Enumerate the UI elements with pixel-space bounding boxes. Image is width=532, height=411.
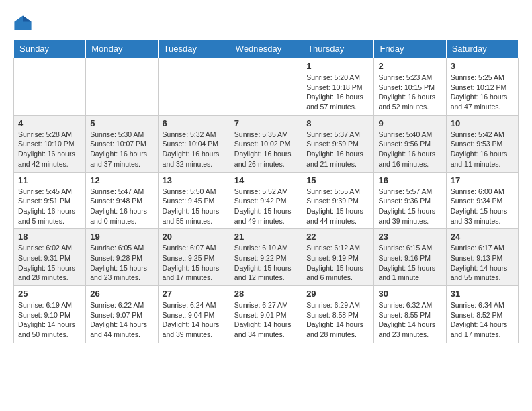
day-number: 11 xyxy=(18,175,81,185)
day-number: 25 xyxy=(18,289,81,299)
day-cell: 22Sunrise: 6:12 AMSunset: 9:19 PMDayligh… xyxy=(302,229,374,286)
col-header-sunday: Sunday xyxy=(14,40,86,58)
week-row-5: 25Sunrise: 6:19 AMSunset: 9:10 PMDayligh… xyxy=(14,286,519,343)
day-cell: 19Sunrise: 6:05 AMSunset: 9:28 PMDayligh… xyxy=(86,229,158,286)
day-cell: 27Sunrise: 6:24 AMSunset: 9:04 PMDayligh… xyxy=(158,286,230,343)
day-number: 16 xyxy=(378,175,441,185)
day-detail: Sunrise: 6:02 AMSunset: 9:31 PMDaylight:… xyxy=(18,243,81,283)
col-header-tuesday: Tuesday xyxy=(158,40,230,58)
col-header-friday: Friday xyxy=(374,40,446,58)
day-detail: Sunrise: 5:55 AMSunset: 9:39 PMDaylight:… xyxy=(306,187,369,226)
day-number: 2 xyxy=(378,61,441,71)
svg-marker-1 xyxy=(23,16,32,22)
day-detail: Sunrise: 5:23 AMSunset: 10:15 PMDaylight… xyxy=(378,73,441,112)
day-detail: Sunrise: 6:15 AMSunset: 9:16 PMDaylight:… xyxy=(378,243,441,283)
day-cell: 6Sunrise: 5:32 AMSunset: 10:04 PMDayligh… xyxy=(158,115,230,172)
day-number: 29 xyxy=(306,289,369,299)
day-detail: Sunrise: 6:32 AMSunset: 8:55 PMDaylight:… xyxy=(378,300,441,340)
day-number: 3 xyxy=(451,61,514,71)
day-cell: 15Sunrise: 5:55 AMSunset: 9:39 PMDayligh… xyxy=(302,172,374,229)
day-number: 23 xyxy=(378,232,441,242)
day-number: 22 xyxy=(306,232,369,242)
day-cell: 26Sunrise: 6:22 AMSunset: 9:07 PMDayligh… xyxy=(86,286,158,343)
day-detail: Sunrise: 5:40 AMSunset: 9:56 PMDaylight:… xyxy=(378,130,441,169)
day-cell: 7Sunrise: 5:35 AMSunset: 10:02 PMDayligh… xyxy=(230,115,302,172)
day-cell: 20Sunrise: 6:07 AMSunset: 9:25 PMDayligh… xyxy=(158,229,230,286)
day-detail: Sunrise: 5:42 AMSunset: 9:53 PMDaylight:… xyxy=(451,130,514,169)
day-detail: Sunrise: 5:47 AMSunset: 9:48 PMDaylight:… xyxy=(90,187,153,226)
day-detail: Sunrise: 5:50 AMSunset: 9:45 PMDaylight:… xyxy=(163,187,226,226)
day-cell: 17Sunrise: 6:00 AMSunset: 9:34 PMDayligh… xyxy=(446,172,518,229)
day-number: 21 xyxy=(234,232,298,242)
day-number: 28 xyxy=(234,289,298,299)
day-cell xyxy=(86,58,158,116)
day-number: 20 xyxy=(163,232,226,242)
day-number: 26 xyxy=(90,289,153,299)
day-detail: Sunrise: 5:52 AMSunset: 9:42 PMDaylight:… xyxy=(234,187,298,226)
day-number: 1 xyxy=(306,61,369,71)
day-number: 7 xyxy=(234,118,298,128)
day-cell: 16Sunrise: 5:57 AMSunset: 9:36 PMDayligh… xyxy=(374,172,446,229)
day-number: 27 xyxy=(163,289,226,299)
col-header-wednesday: Wednesday xyxy=(230,40,302,58)
day-cell: 12Sunrise: 5:47 AMSunset: 9:48 PMDayligh… xyxy=(86,172,158,229)
day-number: 10 xyxy=(451,118,514,128)
header xyxy=(13,13,519,32)
day-detail: Sunrise: 5:25 AMSunset: 10:12 PMDaylight… xyxy=(451,73,514,112)
day-detail: Sunrise: 5:35 AMSunset: 10:02 PMDaylight… xyxy=(234,130,298,169)
day-detail: Sunrise: 5:28 AMSunset: 10:10 PMDaylight… xyxy=(18,130,81,169)
day-cell xyxy=(14,58,86,116)
day-number: 12 xyxy=(90,175,153,185)
day-number: 18 xyxy=(18,232,81,242)
day-cell: 10Sunrise: 5:42 AMSunset: 9:53 PMDayligh… xyxy=(446,115,518,172)
day-cell: 13Sunrise: 5:50 AMSunset: 9:45 PMDayligh… xyxy=(158,172,230,229)
day-detail: Sunrise: 5:32 AMSunset: 10:04 PMDaylight… xyxy=(163,130,226,169)
day-number: 17 xyxy=(451,175,514,185)
day-cell: 31Sunrise: 6:34 AMSunset: 8:52 PMDayligh… xyxy=(446,286,518,343)
day-detail: Sunrise: 6:05 AMSunset: 9:28 PMDaylight:… xyxy=(90,243,153,283)
day-cell: 29Sunrise: 6:29 AMSunset: 8:58 PMDayligh… xyxy=(302,286,374,343)
day-number: 19 xyxy=(90,232,153,242)
day-detail: Sunrise: 6:29 AMSunset: 8:58 PMDaylight:… xyxy=(306,300,369,340)
day-detail: Sunrise: 5:30 AMSunset: 10:07 PMDaylight… xyxy=(90,130,153,169)
day-detail: Sunrise: 6:12 AMSunset: 9:19 PMDaylight:… xyxy=(306,243,369,283)
day-cell: 9Sunrise: 5:40 AMSunset: 9:56 PMDaylight… xyxy=(374,115,446,172)
day-number: 5 xyxy=(90,118,153,128)
logo xyxy=(13,13,35,32)
day-cell: 3Sunrise: 5:25 AMSunset: 10:12 PMDayligh… xyxy=(446,58,518,116)
calendar-table: SundayMondayTuesdayWednesdayThursdayFrid… xyxy=(13,39,519,343)
day-number: 6 xyxy=(163,118,226,128)
day-number: 30 xyxy=(378,289,441,299)
day-detail: Sunrise: 5:20 AMSunset: 10:18 PMDaylight… xyxy=(306,73,369,112)
day-cell: 23Sunrise: 6:15 AMSunset: 9:16 PMDayligh… xyxy=(374,229,446,286)
day-detail: Sunrise: 6:07 AMSunset: 9:25 PMDaylight:… xyxy=(163,243,226,283)
page-container: SundayMondayTuesdayWednesdayThursdayFrid… xyxy=(13,13,519,343)
day-number: 13 xyxy=(163,175,226,185)
day-number: 14 xyxy=(234,175,298,185)
day-cell: 2Sunrise: 5:23 AMSunset: 10:15 PMDayligh… xyxy=(374,58,446,116)
day-detail: Sunrise: 6:22 AMSunset: 9:07 PMDaylight:… xyxy=(90,300,153,340)
day-cell: 1Sunrise: 5:20 AMSunset: 10:18 PMDayligh… xyxy=(302,58,374,116)
day-number: 15 xyxy=(306,175,369,185)
day-detail: Sunrise: 6:24 AMSunset: 9:04 PMDaylight:… xyxy=(163,300,226,340)
day-cell: 21Sunrise: 6:10 AMSunset: 9:22 PMDayligh… xyxy=(230,229,302,286)
logo-icon xyxy=(13,13,32,32)
day-cell: 11Sunrise: 5:45 AMSunset: 9:51 PMDayligh… xyxy=(14,172,86,229)
day-cell: 25Sunrise: 6:19 AMSunset: 9:10 PMDayligh… xyxy=(14,286,86,343)
day-cell xyxy=(158,58,230,116)
day-detail: Sunrise: 6:34 AMSunset: 8:52 PMDaylight:… xyxy=(451,300,514,340)
day-cell: 24Sunrise: 6:17 AMSunset: 9:13 PMDayligh… xyxy=(446,229,518,286)
day-cell xyxy=(230,58,302,116)
day-detail: Sunrise: 6:10 AMSunset: 9:22 PMDaylight:… xyxy=(234,243,298,283)
col-header-thursday: Thursday xyxy=(302,40,374,58)
day-detail: Sunrise: 6:17 AMSunset: 9:13 PMDaylight:… xyxy=(451,243,514,283)
col-header-saturday: Saturday xyxy=(446,40,518,58)
day-detail: Sunrise: 5:57 AMSunset: 9:36 PMDaylight:… xyxy=(378,187,441,226)
day-cell: 5Sunrise: 5:30 AMSunset: 10:07 PMDayligh… xyxy=(86,115,158,172)
week-row-3: 11Sunrise: 5:45 AMSunset: 9:51 PMDayligh… xyxy=(14,172,519,229)
day-number: 31 xyxy=(451,289,514,299)
day-number: 24 xyxy=(451,232,514,242)
day-cell: 30Sunrise: 6:32 AMSunset: 8:55 PMDayligh… xyxy=(374,286,446,343)
day-cell: 4Sunrise: 5:28 AMSunset: 10:10 PMDayligh… xyxy=(14,115,86,172)
day-number: 4 xyxy=(18,118,81,128)
